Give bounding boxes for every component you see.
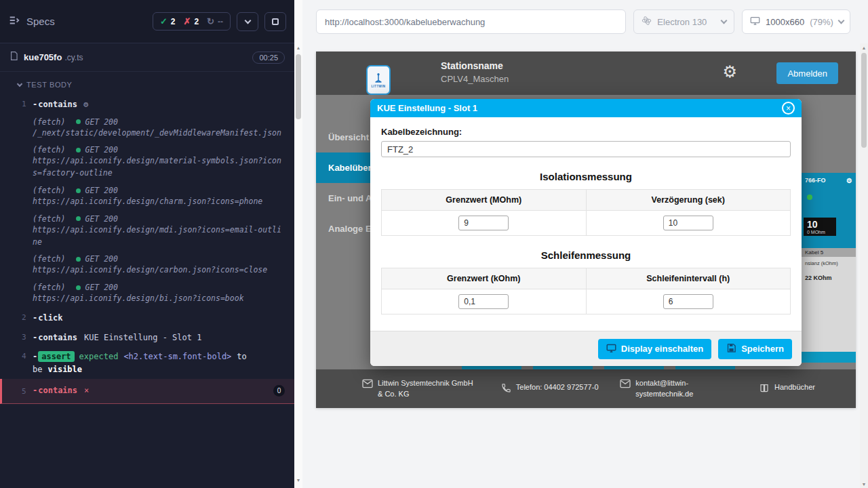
close-icon[interactable]: × bbox=[782, 102, 795, 115]
save-button[interactable]: Speichern bbox=[718, 339, 792, 359]
command-dash: - bbox=[33, 333, 37, 342]
assert-target: <h2.text-sm.font-bold> bbox=[123, 352, 231, 361]
browser-name: Electron 130 bbox=[657, 17, 707, 27]
runner-topbar: Electron 130 1000x660 (79%) bbox=[302, 0, 868, 43]
spec-name: kue705fo bbox=[24, 52, 62, 62]
command-number bbox=[22, 186, 33, 187]
log-fetch-row[interactable]: (fetch)GET 200https://api.iconify.design… bbox=[0, 142, 294, 183]
command-click[interactable]: 2-click bbox=[0, 308, 294, 328]
loop-interval-input[interactable] bbox=[663, 294, 713, 309]
settings-gear-icon[interactable]: ⚙ bbox=[722, 62, 737, 81]
scrollbar-thumb[interactable] bbox=[861, 53, 867, 148]
fetch-meta-line: (fetch)GET 200 bbox=[33, 283, 285, 292]
loop-col2-header: Schleifenintervall (h) bbox=[586, 268, 791, 289]
viewport-select[interactable]: 1000x660 (79%) bbox=[742, 9, 850, 34]
iso-limit-input[interactable] bbox=[458, 216, 509, 230]
log-fetch-row[interactable]: (fetch)GET 200https://api.iconify.design… bbox=[0, 183, 294, 211]
gear-icon[interactable]: ⚙ bbox=[846, 177, 852, 184]
command-content: -containsKUE Einstellung - Slot 1 bbox=[33, 331, 285, 344]
fetch-meta-line: (fetch)GET 200 bbox=[33, 186, 285, 195]
test-stats[interactable]: ✓2 ✗2 ↻-- bbox=[153, 12, 231, 30]
reporter-header: Specs ✓2 ✗2 ↻-- bbox=[0, 0, 294, 43]
command-contains[interactable]: 5-contains×0 bbox=[0, 379, 294, 404]
device-panel-footer bbox=[802, 352, 856, 363]
command-message: × bbox=[84, 386, 89, 395]
fetch-tag: (fetch) bbox=[33, 117, 65, 127]
fetch-status: GET 200 bbox=[85, 145, 117, 155]
command-name: click bbox=[38, 313, 62, 323]
specs-label: Specs bbox=[26, 16, 55, 27]
loop-col1-header: Grenzwert (kOhm) bbox=[382, 268, 587, 289]
monitor-icon bbox=[606, 343, 616, 355]
command-name: contains bbox=[38, 333, 77, 342]
chevron-down-icon bbox=[17, 81, 22, 86]
viewport-icon bbox=[750, 16, 760, 28]
command-name: contains bbox=[38, 100, 77, 109]
specs-list-icon[interactable] bbox=[8, 14, 20, 29]
chevron-down-icon bbox=[244, 17, 251, 24]
measurement-value: 10 bbox=[807, 219, 833, 230]
loop-limit-input[interactable] bbox=[458, 294, 509, 309]
command-number bbox=[22, 283, 33, 284]
display-on-button[interactable]: Display einschalten bbox=[598, 339, 711, 359]
command-number bbox=[22, 117, 33, 119]
command-content: (fetch)GET 200https://api.iconify.design… bbox=[33, 214, 285, 249]
command-assert[interactable]: 4-assertexpected<h2.text-sm.font-bold>to… bbox=[0, 347, 294, 379]
iso-delay-input[interactable] bbox=[663, 216, 713, 230]
fetch-meta-line: (fetch)GET 200 bbox=[33, 145, 285, 155]
footer-item: kontakt@littwin-systemtechnik.de bbox=[620, 378, 737, 400]
spec-row[interactable]: kue705fo .cy.ts 00:25 bbox=[0, 43, 294, 72]
cypress-reporter: Specs ✓2 ✗2 ↻-- kue705fo .cy.ts 00:25 TE… bbox=[0, 0, 294, 488]
isolation-section-title: Isolationsmessung bbox=[381, 171, 791, 182]
command-content: -assertexpected<h2.text-sm.font-bold>to … bbox=[33, 350, 285, 375]
main-scrollbar[interactable]: ▲ ▼ bbox=[860, 43, 868, 488]
isolation-table: Grenzwert (MOhm) Verzögerung (sek) bbox=[381, 189, 791, 236]
logout-button[interactable]: Abmelden bbox=[776, 62, 838, 84]
fetch-tag: (fetch) bbox=[33, 254, 65, 264]
station-value: CPLV4_Maschen bbox=[441, 74, 509, 84]
log-fetch-row[interactable]: (fetch)GET 200https://api.iconify.design… bbox=[0, 251, 294, 280]
command-content: -contains⚙ bbox=[33, 98, 285, 111]
browser-select[interactable]: Electron 130 bbox=[633, 9, 734, 34]
fetch-tag: (fetch) bbox=[33, 283, 65, 292]
command-dash: - bbox=[33, 386, 37, 395]
log-fetch-row[interactable]: (fetch)GET 200/_next/static/development/… bbox=[0, 115, 294, 143]
url-input[interactable] bbox=[316, 9, 626, 34]
test-body-toggle[interactable]: TEST BODY bbox=[0, 72, 294, 95]
stop-button[interactable] bbox=[264, 12, 286, 31]
impedance-section: nsianz (kOhm) 22 KOhm bbox=[802, 257, 856, 352]
floppy-icon bbox=[726, 343, 736, 355]
scrollbar-thumb[interactable] bbox=[296, 54, 301, 119]
test-body-label: TEST BODY bbox=[26, 81, 73, 89]
stat-pending: ↻-- bbox=[207, 16, 223, 26]
fetch-url: https://api.iconify.design/mdi.json?icon… bbox=[33, 224, 285, 249]
success-dot-icon bbox=[76, 188, 81, 193]
log-fetch-row[interactable]: (fetch)GET 200https://api.iconify.design… bbox=[0, 280, 294, 308]
scroll-down-icon[interactable]: ▼ bbox=[860, 480, 868, 488]
command-number: 3 bbox=[22, 331, 33, 342]
station-label: Stationsname bbox=[441, 60, 509, 71]
footer-item[interactable]: Handbücher bbox=[759, 382, 815, 396]
footer-text: Telefon: 04402 972577-0 bbox=[516, 382, 599, 393]
cable-name-input[interactable] bbox=[381, 141, 791, 157]
scroll-down-icon[interactable]: ▼ bbox=[294, 476, 302, 484]
command-message: KUE Einstellung - Slot 1 bbox=[84, 333, 201, 342]
fetch-url: https://api.iconify.design/bi.json?icons… bbox=[33, 293, 285, 305]
collapse-button[interactable] bbox=[237, 12, 258, 31]
iso-col2-header: Verzögerung (sek) bbox=[586, 190, 791, 211]
command-dash: - bbox=[33, 313, 37, 323]
table-cell bbox=[586, 289, 791, 314]
command-contains[interactable]: 1-contains⚙ bbox=[0, 95, 294, 115]
command-log: 1-contains⚙(fetch)GET 200/_next/static/d… bbox=[0, 95, 294, 404]
scroll-up-icon[interactable]: ▲ bbox=[294, 43, 302, 52]
chevron-down-icon bbox=[837, 18, 844, 24]
scroll-up-icon[interactable]: ▲ bbox=[860, 43, 868, 52]
command-content: -click bbox=[33, 312, 285, 325]
modal-footer: Display einschalten Speichern bbox=[370, 331, 802, 366]
runner-main: Electron 130 1000x660 (79%) LITTWIN Stat… bbox=[302, 0, 868, 488]
command-contains[interactable]: 3-containsKUE Einstellung - Slot 1 bbox=[0, 328, 294, 348]
command-badge: 0 bbox=[273, 385, 285, 396]
log-fetch-row[interactable]: (fetch)GET 200https://api.iconify.design… bbox=[0, 211, 294, 252]
reporter-scrollbar[interactable]: ▲ ▼ bbox=[294, 0, 302, 488]
loop-section-title: Schleifenmessung bbox=[381, 249, 791, 261]
